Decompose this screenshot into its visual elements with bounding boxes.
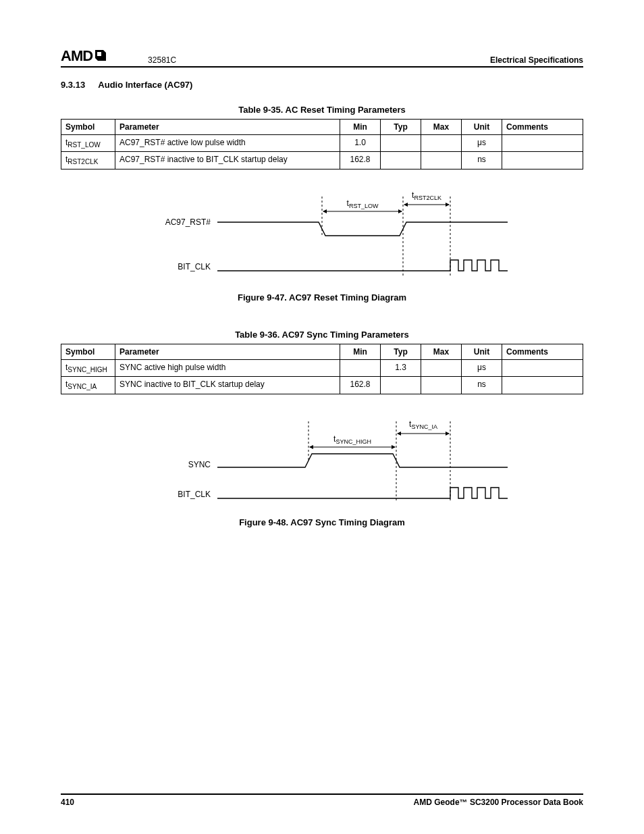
logo: AMD <box>61 47 107 65</box>
page-header: AMD 32581C Electrical Specifications <box>61 47 583 68</box>
cell-symbol: tSYNC_IA <box>61 377 115 394</box>
table-row: tSYNC_HIGH SYNC active high pulse width … <box>61 359 583 376</box>
col-max: Max <box>421 344 462 359</box>
svg-text:BIT_CLK: BIT_CLK <box>178 262 211 271</box>
cell-min: 1.0 <box>340 135 381 152</box>
doc-number: 32581C <box>107 55 490 65</box>
col-symbol: Symbol <box>61 120 115 135</box>
figure-reset-timing: tRST_LOW tRST2CLK AC97_RST# BIT_CLK Figu… <box>61 190 583 303</box>
cell-parameter: AC97_RST# inactive to BIT_CLK startup de… <box>115 152 340 169</box>
cell-max <box>421 359 462 376</box>
cell-symbol: tSYNC_HIGH <box>61 359 115 376</box>
cell-symbol: tRST2CLK <box>61 152 115 169</box>
cell-parameter: SYNC inactive to BIT_CLK startup delay <box>115 377 340 394</box>
cell-max <box>421 135 462 152</box>
cell-typ <box>381 152 421 169</box>
cell-typ <box>381 135 421 152</box>
figure-sync-timing: tSYNC_HIGH tSYNC_IA SYNC BIT_CLK Figure … <box>61 415 583 527</box>
table-row: tSYNC_IA SYNC inactive to BIT_CLK startu… <box>61 377 583 394</box>
cell-symbol: tRST_LOW <box>61 135 115 152</box>
table-header-row: Symbol Parameter Min Typ Max Unit Commen… <box>61 120 583 135</box>
timing-diagram-icon: tRST_LOW tRST2CLK AC97_RST# BIT_CLK <box>133 190 511 284</box>
cell-max <box>421 152 462 169</box>
cell-unit: ns <box>462 377 502 394</box>
section-number: 9.3.13 <box>61 80 85 90</box>
col-comments: Comments <box>502 120 583 135</box>
col-comments: Comments <box>502 344 583 359</box>
figure-caption-2: Figure 9-48. AC97 Sync Timing Diagram <box>61 517 583 527</box>
book-title: AMD Geode™ SC3200 Processor Data Book <box>414 798 583 807</box>
cell-comments <box>502 377 583 394</box>
table-reset-timing: Symbol Parameter Min Typ Max Unit Commen… <box>61 119 583 170</box>
timing-diagram-icon: tSYNC_HIGH tSYNC_IA SYNC BIT_CLK <box>133 415 511 509</box>
cell-parameter: SYNC active high pulse width <box>115 359 340 376</box>
table-header-row: Symbol Parameter Min Typ Max Unit Commen… <box>61 344 583 359</box>
cell-comments <box>502 359 583 376</box>
col-unit: Unit <box>462 120 502 135</box>
cell-typ <box>381 377 421 394</box>
table-sync-timing: Symbol Parameter Min Typ Max Unit Commen… <box>61 344 583 394</box>
page-number: 410 <box>61 798 74 807</box>
col-max: Max <box>421 120 462 135</box>
table-caption-1: Table 9-35. AC Reset Timing Parameters <box>61 105 583 115</box>
col-unit: Unit <box>462 344 502 359</box>
section-title: Audio Interface (AC97) <box>98 80 192 90</box>
col-typ: Typ <box>381 344 421 359</box>
header-right: Electrical Specifications <box>490 55 583 65</box>
cell-comments <box>502 135 583 152</box>
figure-caption-1: Figure 9-47. AC97 Reset Timing Diagram <box>61 292 583 303</box>
logo-text: AMD <box>61 47 92 65</box>
svg-text:tRST_LOW: tRST_LOW <box>347 199 379 209</box>
logo-icon <box>94 47 107 65</box>
page-footer: 410 AMD Geode™ SC3200 Processor Data Boo… <box>61 793 583 807</box>
svg-text:SYNC: SYNC <box>188 460 211 469</box>
cell-min: 162.8 <box>340 377 381 394</box>
col-min: Min <box>340 344 381 359</box>
cell-max <box>421 377 462 394</box>
cell-unit: ns <box>462 152 502 169</box>
cell-comments <box>502 152 583 169</box>
section-heading: 9.3.13 Audio Interface (AC97) <box>61 80 583 90</box>
col-parameter: Parameter <box>115 120 340 135</box>
col-typ: Typ <box>381 120 421 135</box>
svg-text:BIT_CLK: BIT_CLK <box>178 490 211 499</box>
svg-text:tSYNC_HIGH: tSYNC_HIGH <box>333 434 371 445</box>
table-row: tRST2CLK AC97_RST# inactive to BIT_CLK s… <box>61 152 583 169</box>
cell-min <box>340 359 381 376</box>
col-parameter: Parameter <box>115 344 340 359</box>
cell-unit: μs <box>462 359 502 376</box>
svg-text:tRST2CLK: tRST2CLK <box>412 190 441 201</box>
col-min: Min <box>340 120 381 135</box>
cell-parameter: AC97_RST# active low pulse width <box>115 135 340 152</box>
svg-text:tSYNC_IA: tSYNC_IA <box>409 419 437 430</box>
svg-text:AC97_RST#: AC97_RST# <box>165 217 211 227</box>
col-symbol: Symbol <box>61 344 115 359</box>
cell-typ: 1.3 <box>381 359 421 376</box>
cell-unit: μs <box>462 135 502 152</box>
table-row: tRST_LOW AC97_RST# active low pulse widt… <box>61 135 583 152</box>
cell-min: 162.8 <box>340 152 381 169</box>
table-caption-2: Table 9-36. AC97 Sync Timing Parameters <box>61 330 583 340</box>
